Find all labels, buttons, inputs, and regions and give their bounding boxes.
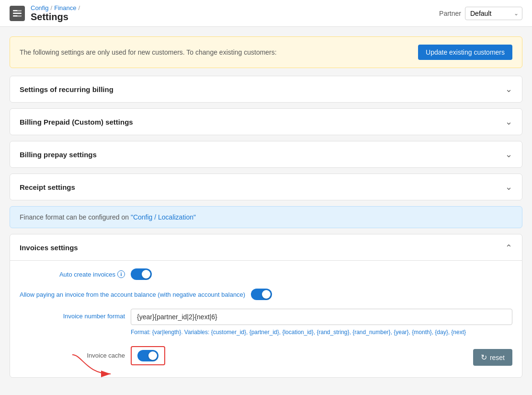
accordion-invoices: Invoices settings ⌄ Auto create invoices… [10,234,522,378]
accordion-receipt-header[interactable]: Receipt settings ⌄ [10,174,522,200]
top-bar-right: Partner Default ⌄ [439,7,522,20]
accordion-invoices-body: Auto create invoices i Allow paying an i… [10,260,522,377]
chevron-up-icon: ⌄ [505,242,512,253]
invoice-cache-toggle[interactable] [137,350,158,361]
chevron-down-icon: ⌄ [505,149,512,160]
invoice-cache-row: Invoice cache ↻ reset [20,345,512,366]
reset-label: reset [490,354,505,361]
accordion-prepaid-custom: Billing Prepaid (Custom) settings ⌄ [10,108,522,135]
chevron-down-icon: ⌄ [505,84,512,94]
notice-banner: The following settings are only used for… [10,36,522,68]
accordion-invoices-header[interactable]: Invoices settings ⌄ [10,234,522,260]
notice-banner-text: The following settings are only used for… [20,48,410,56]
accordion-recurring-billing-header[interactable]: Settings of recurring billing ⌄ [10,76,522,102]
reset-button-row: ↻ reset [171,349,512,366]
invoice-format-hint: Format: {var|length}. Variables: {custom… [131,328,512,337]
accordion-recurring-billing-title: Settings of recurring billing [20,85,113,93]
accordion-prepay: Billing prepay settings ⌄ [10,141,522,168]
toggle-slider-2 [251,289,272,300]
toggle-slider-3 [137,350,158,361]
allow-paying-toggle[interactable] [251,289,272,300]
top-bar-left: Config / Finance / Settings [10,4,80,23]
accordion-receipt-title: Receipt settings [20,183,75,191]
accordion-prepaid-custom-title: Billing Prepaid (Custom) settings [20,118,133,126]
breadcrumb-nav: Config / Finance / Settings [31,4,80,23]
localization-link[interactable]: "Config / Localization" [131,213,196,221]
invoice-cache-box [131,346,165,365]
breadcrumb-finance[interactable]: Finance [54,4,76,12]
main-content: The following settings are only used for… [0,27,532,393]
auto-create-info-icon[interactable]: i [117,270,125,278]
partner-select-wrapper: Default ⌄ [465,7,522,20]
allow-paying-row: Allow paying an invoice from the account… [20,289,512,300]
info-banner: Finance format can be configured on "Con… [10,206,522,228]
svg-rect-1 [13,12,22,14]
auto-create-invoices-row: Auto create invoices i [20,268,512,280]
reset-button[interactable]: ↻ reset [473,349,512,366]
page-title: Settings [31,12,80,23]
accordion-prepaid-custom-header[interactable]: Billing Prepaid (Custom) settings ⌄ [10,109,522,135]
accordion-prepay-title: Billing prepay settings [20,151,97,159]
svg-rect-4 [17,15,22,17]
breadcrumb: Config / Finance / [31,4,80,12]
invoice-cache-label: Invoice cache [20,352,125,359]
partner-select[interactable]: Default [465,7,522,20]
chevron-down-icon: ⌄ [505,182,512,192]
toggle-slider [131,268,152,280]
invoice-number-format-label: Invoice number format [20,309,125,320]
accordion-prepay-header[interactable]: Billing prepay settings ⌄ [10,141,522,167]
allow-paying-label: Allow paying an invoice from the account… [20,291,245,298]
auto-create-invoices-label: Auto create invoices i [20,270,125,278]
invoice-number-format-right: Format: {var|length}. Variables: {custom… [131,309,512,337]
partner-label: Partner [439,10,461,17]
auto-create-label-text: Auto create invoices i [59,270,125,278]
update-existing-customers-button[interactable]: Update existing customers [418,45,512,60]
reset-icon: ↻ [481,353,487,362]
invoice-number-format-row: Invoice number format Format: {var|lengt… [20,309,512,337]
menu-button[interactable] [10,6,25,21]
breadcrumb-sep-2: / [78,4,80,12]
accordion-recurring-billing: Settings of recurring billing ⌄ [10,76,522,103]
svg-rect-3 [17,10,22,12]
breadcrumb-config[interactable]: Config [31,4,49,12]
auto-create-invoices-toggle[interactable] [131,268,152,280]
breadcrumb-sep-1: / [51,4,53,12]
invoice-cache-container: Invoice cache ↻ reset [20,345,512,366]
top-bar: Config / Finance / Settings Partner Defa… [0,0,532,27]
invoice-number-format-input[interactable] [131,309,512,325]
accordion-receipt: Receipt settings ⌄ [10,174,522,200]
accordion-invoices-title: Invoices settings [20,244,78,252]
chevron-down-icon: ⌄ [505,116,512,127]
info-banner-text: Finance format can be configured on [20,213,131,221]
